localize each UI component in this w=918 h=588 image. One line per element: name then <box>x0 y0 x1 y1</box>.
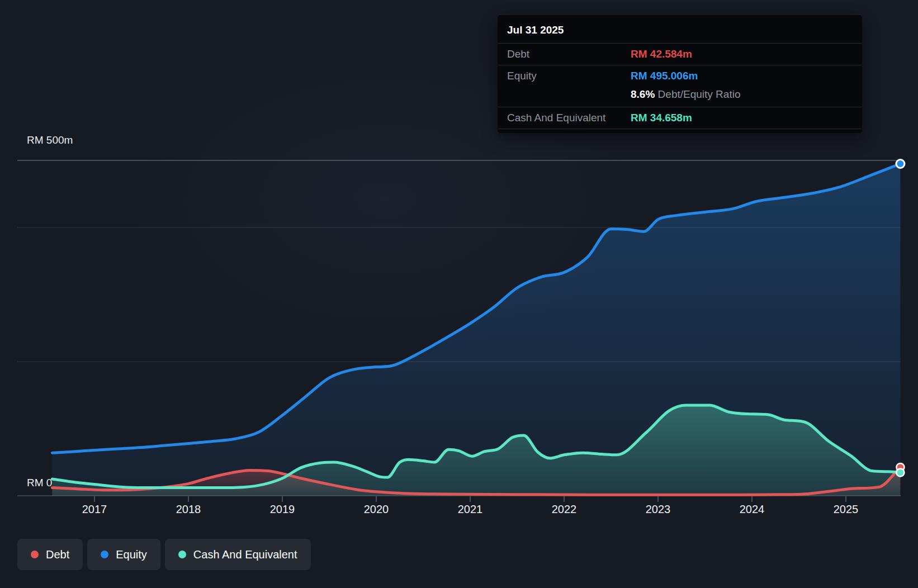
legend-dot <box>31 551 39 558</box>
x-axis-label-2025: 2025 <box>834 502 859 516</box>
x-axis-label-2023: 2023 <box>646 502 671 516</box>
x-axis-label-2022: 2022 <box>552 502 577 516</box>
tooltip-row-debt: Debt RM 42.584m <box>498 43 862 65</box>
legend-dot <box>101 551 108 558</box>
tooltip-row-cash: Cash And Equivalent RM 34.658m <box>498 107 862 129</box>
chart-legend: DebtEquityCash And Equivalent <box>17 539 311 570</box>
legend-label: Debt <box>46 548 69 561</box>
tooltip-date: Jul 31 2025 <box>498 16 862 43</box>
tooltip-equity-value: RM 495.006m <box>631 69 698 83</box>
debt-equity-history-chart-page: RM 500m RM 0 201720182019202020212022202… <box>0 0 918 588</box>
tooltip-cash-label: Cash And Equivalent <box>507 111 631 125</box>
tooltip-equity-label: Equity <box>507 69 631 83</box>
y-axis-label-0: RM 0 <box>27 477 52 489</box>
y-axis-label-500m: RM 500m <box>27 134 73 146</box>
legend-label: Cash And Equivalent <box>193 548 297 561</box>
tooltip-row-ratio: 8.6% Debt/Equity Ratio <box>498 87 862 107</box>
equity-end-marker <box>896 159 905 168</box>
cash-and-equivalent-end-marker <box>896 468 904 476</box>
tooltip-debt-label: Debt <box>507 48 631 61</box>
debt-equity-ratio-percent: 8.6% <box>631 88 655 100</box>
debt-equity-ratio-label: Debt/Equity Ratio <box>655 88 740 100</box>
x-axis-label-2021: 2021 <box>458 502 483 516</box>
legend-chip-cash-and-equivalent[interactable]: Cash And Equivalent <box>165 539 311 570</box>
tooltip-ratio-value: 8.6% Debt/Equity Ratio <box>631 88 740 101</box>
tooltip-cash-value: RM 34.658m <box>631 111 692 125</box>
legend-label: Equity <box>116 548 147 561</box>
tooltip-debt-value: RM 42.584m <box>631 48 692 61</box>
legend-chip-debt[interactable]: Debt <box>17 539 83 570</box>
x-axis-label-2020: 2020 <box>364 502 389 516</box>
chart-tooltip: Jul 31 2025 Debt RM 42.584m Equity RM 49… <box>498 16 862 132</box>
legend-chip-equity[interactable]: Equity <box>87 539 160 570</box>
tooltip-row-equity: Equity RM 495.006m <box>498 65 862 87</box>
x-axis-label-2019: 2019 <box>270 502 295 516</box>
x-axis-label-2017: 2017 <box>82 502 107 516</box>
legend-dot <box>178 551 186 558</box>
x-axis-label-2018: 2018 <box>176 502 201 516</box>
x-axis-label-2024: 2024 <box>740 502 765 516</box>
